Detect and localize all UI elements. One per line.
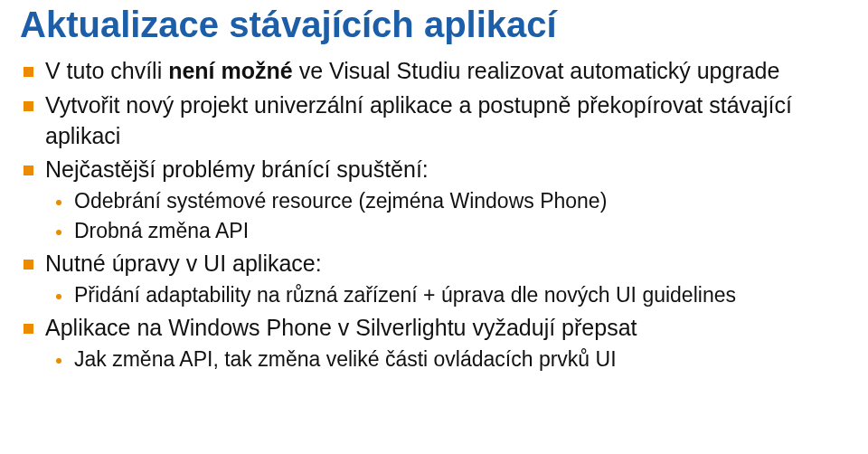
bullet-item: Aplikace na Windows Phone v Silverlightu… — [20, 313, 848, 374]
bullet-item: V tuto chvíli není možné ve Visual Studi… — [20, 56, 848, 87]
bullet-item: Nutné úpravy v UI aplikace: Přidání adap… — [20, 249, 848, 309]
sub-bullet-list: Přidání adaptability na různá zařízení +… — [45, 281, 848, 309]
text-fragment: ve Visual Studiu realizovat automatický … — [293, 58, 780, 83]
text-fragment: Odebrání systémové resource (zejména Win… — [74, 189, 607, 213]
text-fragment: Nutné úpravy v UI aplikace: — [45, 251, 322, 276]
text-bold: není možné — [168, 58, 293, 83]
sub-bullet-list: Jak změna API, tak změna veliké části ov… — [45, 345, 848, 374]
text-fragment: Přidání adaptability na různá zařízení +… — [74, 283, 736, 307]
sub-bullet-item: Drobná změna API — [52, 217, 848, 245]
text-fragment: V tuto chvíli — [45, 58, 168, 83]
bullet-list: V tuto chvíli není možné ve Visual Studi… — [20, 56, 848, 374]
text-fragment: Aplikace na Windows Phone v Silverlightu… — [45, 315, 637, 340]
bullet-item: Nejčastější problémy bránící spuštění: O… — [20, 155, 848, 245]
slide: Aktualizace stávajících aplikací V tuto … — [0, 0, 868, 454]
text-fragment: Vytvořit nový projekt univerzální aplika… — [45, 92, 792, 148]
text-fragment: Jak změna API, tak změna veliké části ov… — [74, 347, 617, 371]
bullet-item: Vytvořit nový projekt univerzální aplika… — [20, 90, 848, 152]
sub-bullet-item: Jak změna API, tak změna veliké části ov… — [52, 345, 848, 374]
slide-title: Aktualizace stávajících aplikací — [20, 4, 848, 45]
sub-bullet-item: Přidání adaptability na různá zařízení +… — [52, 281, 848, 309]
sub-bullet-item: Odebrání systémové resource (zejména Win… — [52, 187, 848, 215]
text-fragment: Nejčastější problémy bránící spuštění: — [45, 156, 429, 182]
sub-bullet-list: Odebrání systémové resource (zejména Win… — [45, 187, 848, 245]
text-fragment: Drobná změna API — [74, 219, 249, 242]
